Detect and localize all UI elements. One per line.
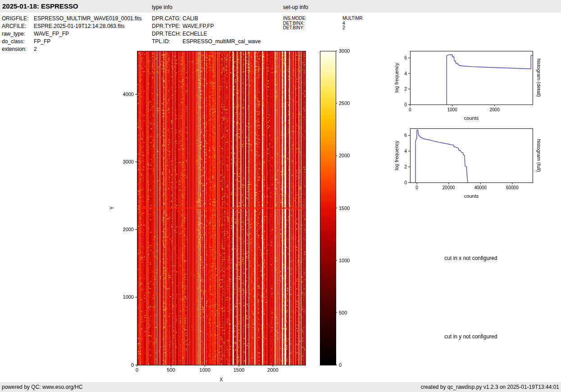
meta-row-arcfile: ARCFILE:ESPRE.2025-01-19T12:14:28.063.fi…: [2, 23, 141, 30]
meta-row-rawtype: raw_type:WAVE_FP_FP: [2, 30, 141, 38]
footer-left-text: powered by QC: www.eso.org/HC: [2, 384, 82, 390]
svg-text:6: 6: [404, 133, 407, 138]
meta-label: ORIGFILE:: [2, 15, 34, 23]
meta-label: do_class:: [2, 38, 34, 46]
meta-label: DPR.TECH:: [152, 30, 182, 38]
setup-info-header: set-up info: [283, 4, 308, 10]
meta-value: 4: [342, 21, 345, 26]
raw-frame-heatmap: [137, 51, 306, 365]
svg-text:4000: 4000: [123, 91, 134, 97]
svg-text:500: 500: [167, 367, 175, 373]
svg-text:60000: 60000: [506, 185, 519, 190]
meta-value: CALIB: [182, 15, 198, 22]
svg-text:6: 6: [404, 55, 407, 60]
meta-value: ESPRESSO_MULTIMR_WAVE019_0001.fits: [34, 15, 141, 22]
svg-text:0: 0: [339, 362, 342, 368]
meta-row-dprtype: DPR.TYPE:WAVE,FP,FP: [152, 23, 260, 30]
svg-text:0: 0: [415, 185, 418, 190]
meta-label: DET.BINY:: [283, 26, 342, 31]
svg-text:counts: counts: [464, 115, 479, 121]
page-title: 2025-01-18: ESPRESSO: [2, 2, 78, 10]
meta-value: ECHELLE: [182, 31, 207, 37]
svg-text:2: 2: [404, 164, 407, 169]
qc-report-page: 2025-01-18: ESPRESSO type info set-up in…: [0, 0, 561, 392]
meta-label: INS.MODE:: [283, 16, 342, 21]
svg-text:histogram (detail): histogram (detail): [536, 59, 542, 97]
svg-text:2: 2: [404, 87, 407, 91]
svg-text:1000: 1000: [200, 367, 210, 373]
cut-y-note: cut in y not configured: [444, 333, 497, 340]
cut-x-note: cut in x not configured: [444, 255, 497, 261]
svg-text:1500: 1500: [233, 367, 244, 373]
svg-text:3000: 3000: [123, 159, 134, 164]
svg-text:2000: 2000: [339, 153, 350, 158]
svg-text:2000: 2000: [489, 107, 500, 112]
svg-text:4: 4: [404, 71, 407, 76]
meta-row-extension: extension:2: [2, 46, 141, 53]
meta-value: FP_FP: [34, 38, 50, 45]
meta-value: 2: [34, 46, 37, 52]
meta-row-origfile: ORIGFILE:ESPRESSO_MULTIMR_WAVE019_0001.f…: [2, 15, 141, 23]
svg-text:20000: 20000: [442, 185, 455, 190]
svg-text:log frequency: log frequency: [394, 63, 399, 93]
svg-text:X: X: [219, 377, 223, 382]
svg-text:4: 4: [404, 149, 407, 154]
svg-text:0: 0: [404, 180, 407, 185]
svg-text:2000: 2000: [123, 227, 134, 232]
svg-text:counts: counts: [464, 193, 479, 199]
meta-row-dprcatg: DPR.CATG:CALIB: [152, 15, 260, 23]
svg-text:1500: 1500: [339, 205, 350, 211]
meta-row-doclass: do_class:FP_FP: [2, 38, 141, 46]
svg-text:0: 0: [404, 102, 407, 107]
svg-text:histogram (full): histogram (full): [536, 139, 542, 172]
footer-right-text: created by qc_rawdisp.py v1.2.3 on 2025-…: [420, 384, 559, 390]
header-bar: [0, 0, 561, 13]
meta-value: 2: [342, 25, 345, 30]
meta-label: DPR.CATG:: [152, 15, 182, 23]
meta-label: extension:: [2, 46, 34, 53]
svg-text:0: 0: [131, 362, 134, 368]
setup-info-block: INS.MODE:MULTIMR DET.BINX:4 DET.BINY:2: [283, 16, 363, 31]
svg-text:500: 500: [339, 310, 347, 315]
meta-label: ARCFILE:: [2, 23, 34, 30]
type-info-header: type info: [152, 4, 172, 10]
svg-text:2000: 2000: [267, 367, 278, 373]
svg-text:log frequency: log frequency: [394, 140, 399, 170]
meta-value: WAVE_FP_FP: [34, 31, 69, 37]
meta-row-detbiny: DET.BINY:2: [283, 26, 363, 31]
meta-row-insmode: INS.MODE:MULTIMR: [283, 16, 363, 21]
svg-text:0: 0: [136, 367, 138, 373]
svg-text:1000: 1000: [123, 294, 134, 300]
meta-row-tplid: TPL.ID:ESPRESSO_multiMR_cal_wave: [152, 38, 260, 46]
svg-text:2500: 2500: [339, 100, 350, 106]
meta-value: ESPRESSO_multiMR_cal_wave: [182, 38, 260, 45]
meta-label: TPL.ID:: [152, 38, 182, 46]
file-info-block: ORIGFILE:ESPRESSO_MULTIMR_WAVE019_0001.f…: [2, 15, 141, 53]
type-info-block: DPR.CATG:CALIB DPR.TYPE:WAVE,FP,FP DPR.T…: [152, 15, 260, 46]
meta-value: MULTIMR: [342, 16, 363, 21]
meta-value: ESPRE.2025-01-19T12:14:28.063.fits: [34, 23, 124, 29]
meta-row-dprtech: DPR.TECH:ECHELLE: [152, 30, 260, 38]
svg-text:1000: 1000: [339, 258, 350, 263]
svg-text:40000: 40000: [474, 185, 487, 190]
meta-label: DPR.TYPE:: [152, 23, 182, 30]
meta-value: WAVE,FP,FP: [182, 23, 214, 29]
svg-text:1000: 1000: [447, 107, 458, 112]
meta-label: raw_type:: [2, 30, 34, 38]
svg-text:3000: 3000: [339, 48, 350, 54]
svg-text:0: 0: [409, 107, 411, 112]
svg-text:Y: Y: [109, 206, 114, 210]
